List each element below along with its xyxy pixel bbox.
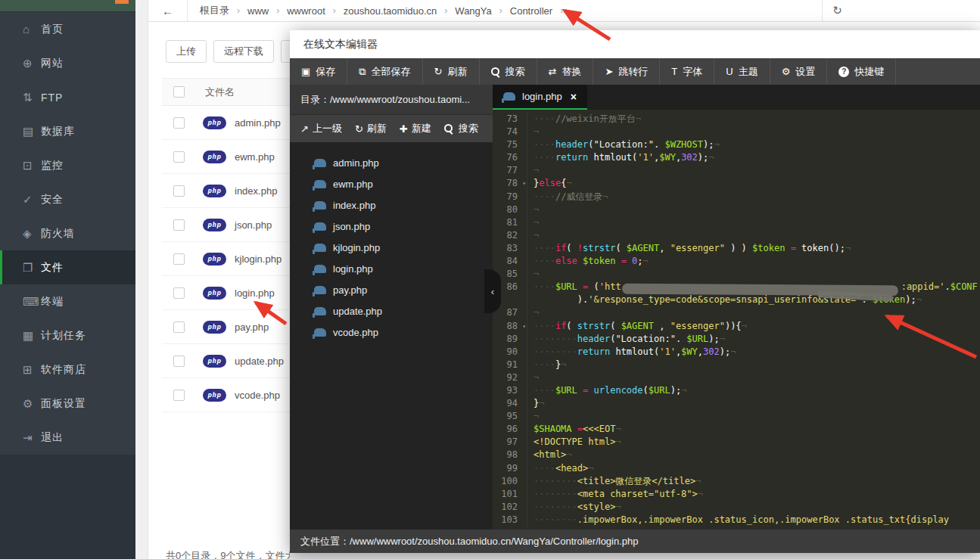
line-number: 84: [493, 255, 527, 268]
code-line-row: 78▾}else{¬: [493, 177, 980, 190]
file-name[interactable]: json.php: [235, 219, 272, 231]
save-all-button[interactable]: ⧉全部保存: [347, 58, 422, 85]
tree-file-item[interactable]: json.php: [290, 216, 493, 237]
search-button[interactable]: 搜索: [480, 58, 537, 85]
sidebar-menu: ⌂首页⊕网站⇅FTP▤数据库⊡监控✓安全◈防火墙❒文件⌨终端▦计划任务⊞软件商店…: [0, 12, 135, 455]
code-line-content: ¬: [527, 216, 539, 229]
row-checkbox[interactable]: [173, 356, 185, 367]
sidebar-item-ftp[interactable]: ⇅FTP: [0, 80, 135, 114]
breadcrumb-item[interactable]: zoushou.taomiduo.cn: [344, 5, 437, 17]
code-line-row: 87¬: [493, 306, 980, 319]
code-token: $WZHOST: [664, 139, 703, 150]
row-checkbox[interactable]: [173, 287, 185, 299]
brand-logo-fragment: [115, 0, 129, 4]
line-number: 79: [493, 191, 527, 203]
tree-file-item[interactable]: ewm.php: [290, 173, 493, 194]
code-token: $AGENT: [627, 243, 659, 253]
code-token: ).: [534, 294, 588, 305]
tree-search-button[interactable]: 搜索: [444, 122, 478, 135]
sidebar-item-home[interactable]: ⌂首页: [0, 12, 135, 46]
sidebar-item-logout[interactable]: ⇥退出: [0, 421, 135, 455]
file-name[interactable]: vcode.php: [235, 390, 280, 401]
fold-caret-icon[interactable]: ▾: [522, 320, 526, 333]
breadcrumb-item[interactable]: Controller: [510, 5, 552, 17]
sidebar-item-files[interactable]: ❒文件: [0, 250, 135, 284]
row-checkbox[interactable]: [173, 117, 185, 129]
code-token: ¬: [643, 256, 649, 266]
file-name[interactable]: login.php: [235, 287, 275, 299]
refresh-button[interactable]: ↻刷新: [423, 58, 480, 85]
select-all-checkbox[interactable]: [173, 86, 185, 98]
breadcrumb-item[interactable]: wwwroot: [287, 5, 325, 17]
sidebar-item-security[interactable]: ✓安全: [0, 182, 135, 216]
tree-collapse-handle[interactable]: ‹: [484, 269, 501, 313]
back-button[interactable]: ←: [148, 0, 188, 21]
file-name[interactable]: pay.php: [235, 321, 269, 333]
row-checkbox[interactable]: [173, 253, 185, 265]
tree-file-name: update.php: [333, 306, 382, 317]
sidebar-item-monitor[interactable]: ⊡监控: [0, 148, 135, 182]
replace-button[interactable]: ⇄替换: [537, 58, 594, 85]
sidebar-item-appstore[interactable]: ⊞软件商店: [0, 352, 135, 387]
fold-caret-icon[interactable]: ▾: [522, 177, 526, 190]
refresh-path-button[interactable]: ↻: [822, 0, 852, 21]
hotkeys-button[interactable]: ?快捷键: [827, 58, 896, 85]
file-name[interactable]: admin.php: [235, 117, 281, 129]
code-line-content: ¬: [527, 410, 539, 423]
calendar-icon: ▦: [23, 329, 41, 343]
sidebar-item-label: 数据库: [41, 125, 75, 138]
save-button[interactable]: ▣保存: [290, 58, 347, 85]
line-number: 83: [493, 242, 527, 255]
button-label: 保存: [316, 65, 335, 79]
sidebar-item-site[interactable]: ⊕网站: [0, 46, 135, 80]
sidebar-item-database[interactable]: ▤数据库: [0, 114, 135, 148]
code-line-row: 96$SHAOMA =<<<EOT¬: [493, 423, 980, 436]
tree-new-button[interactable]: ✚新建: [400, 122, 431, 135]
font-button[interactable]: T字体: [660, 58, 714, 85]
tree-refresh-button[interactable]: ↻刷新: [355, 122, 387, 135]
code-line-row: 85¬: [493, 268, 980, 281]
tree-file-item[interactable]: vcode.php: [290, 321, 493, 343]
file-name[interactable]: index.php: [235, 185, 277, 197]
row-checkbox[interactable]: [173, 185, 185, 197]
row-checkbox[interactable]: [173, 219, 185, 231]
settings-button[interactable]: ⚙设置: [770, 58, 828, 85]
upload-button[interactable]: 上传: [166, 40, 207, 63]
goto-line-button[interactable]: ➤跳转行: [593, 58, 660, 85]
theme-button[interactable]: U主题: [714, 58, 770, 85]
row-checkbox[interactable]: [173, 321, 185, 333]
breadcrumb-item[interactable]: www: [247, 5, 269, 17]
file-name[interactable]: kjlogin.php: [235, 253, 282, 265]
tree-up-level-button[interactable]: ↗上一级: [300, 122, 342, 135]
breadcrumb-item[interactable]: 根目录: [200, 4, 229, 17]
sidebar-item-settings[interactable]: ⚙面板设置: [0, 387, 135, 421]
code-token: ¬: [534, 372, 539, 383]
code-line-content: ········<title>微信登录</title>¬: [527, 475, 701, 488]
breadcrumb-item[interactable]: WangYa: [455, 5, 491, 17]
file-name[interactable]: update.php: [235, 356, 284, 367]
tree-file-item[interactable]: update.php: [290, 300, 493, 321]
code-token: ····: [534, 256, 555, 266]
code-editor[interactable]: 73····//weixin开放平台¬74¬75····header("Loca…: [493, 110, 980, 529]
tree-file-item[interactable]: pay.php: [290, 279, 493, 300]
close-tab-icon[interactable]: ×: [571, 91, 577, 103]
sidebar-item-terminal[interactable]: ⌨终端: [0, 284, 135, 318]
line-number: 92: [493, 371, 527, 384]
tree-file-item[interactable]: index.php: [290, 194, 493, 216]
line-number: 94: [493, 397, 527, 410]
code-line-row: 80¬: [493, 203, 980, 216]
file-name[interactable]: ewm.php: [235, 151, 275, 163]
line-number: 81: [493, 216, 527, 229]
code-token: "essenger": [670, 321, 725, 331]
sidebar-item-cron[interactable]: ▦计划任务: [0, 318, 135, 352]
tab-login-php[interactable]: login.php ×: [493, 85, 587, 110]
tree-file-item[interactable]: login.php: [290, 258, 493, 279]
code-token: ¬: [534, 230, 539, 241]
remote-download-button[interactable]: 远程下载: [213, 40, 274, 63]
tree-file-item[interactable]: kjlogin.php: [290, 237, 493, 258]
sidebar-item-firewall[interactable]: ◈防火墙: [0, 216, 135, 250]
code-token: [615, 256, 621, 266]
row-checkbox[interactable]: [173, 151, 185, 163]
row-checkbox[interactable]: [173, 390, 185, 401]
tree-file-item[interactable]: admin.php: [290, 152, 493, 173]
